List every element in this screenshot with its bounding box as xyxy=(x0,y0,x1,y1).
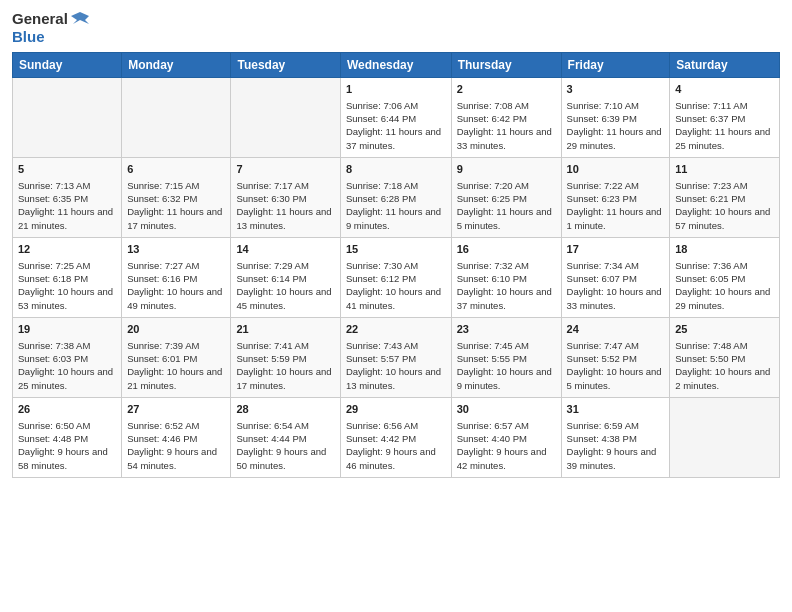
day-number: 16 xyxy=(457,242,556,257)
day-number: 12 xyxy=(18,242,116,257)
logo-text-blue: Blue xyxy=(12,28,89,46)
calendar-cell: 18Sunrise: 7:36 AMSunset: 6:05 PMDayligh… xyxy=(670,238,780,318)
calendar-cell: 21Sunrise: 7:41 AMSunset: 5:59 PMDayligh… xyxy=(231,318,340,398)
day-number: 11 xyxy=(675,162,774,177)
day-info: Sunrise: 6:50 AMSunset: 4:48 PMDaylight:… xyxy=(18,419,116,472)
calendar-cell: 26Sunrise: 6:50 AMSunset: 4:48 PMDayligh… xyxy=(13,398,122,478)
day-number: 23 xyxy=(457,322,556,337)
weekday-header-wednesday: Wednesday xyxy=(340,53,451,78)
day-info: Sunrise: 7:30 AMSunset: 6:12 PMDaylight:… xyxy=(346,259,446,312)
day-number: 26 xyxy=(18,402,116,417)
calendar-cell: 17Sunrise: 7:34 AMSunset: 6:07 PMDayligh… xyxy=(561,238,670,318)
calendar-cell: 3Sunrise: 7:10 AMSunset: 6:39 PMDaylight… xyxy=(561,78,670,158)
day-number: 6 xyxy=(127,162,225,177)
calendar-cell xyxy=(670,398,780,478)
day-info: Sunrise: 7:48 AMSunset: 5:50 PMDaylight:… xyxy=(675,339,774,392)
day-info: Sunrise: 7:29 AMSunset: 6:14 PMDaylight:… xyxy=(236,259,334,312)
day-info: Sunrise: 7:25 AMSunset: 6:18 PMDaylight:… xyxy=(18,259,116,312)
calendar-cell: 27Sunrise: 6:52 AMSunset: 4:46 PMDayligh… xyxy=(122,398,231,478)
weekday-header-row: SundayMondayTuesdayWednesdayThursdayFrid… xyxy=(13,53,780,78)
logo-text: General Blue xyxy=(12,10,89,46)
day-number: 19 xyxy=(18,322,116,337)
calendar-cell: 5Sunrise: 7:13 AMSunset: 6:35 PMDaylight… xyxy=(13,158,122,238)
calendar-cell: 12Sunrise: 7:25 AMSunset: 6:18 PMDayligh… xyxy=(13,238,122,318)
calendar-week-2: 5Sunrise: 7:13 AMSunset: 6:35 PMDaylight… xyxy=(13,158,780,238)
day-number: 5 xyxy=(18,162,116,177)
calendar-cell: 28Sunrise: 6:54 AMSunset: 4:44 PMDayligh… xyxy=(231,398,340,478)
weekday-header-thursday: Thursday xyxy=(451,53,561,78)
day-info: Sunrise: 7:15 AMSunset: 6:32 PMDaylight:… xyxy=(127,179,225,232)
day-number: 25 xyxy=(675,322,774,337)
day-info: Sunrise: 7:47 AMSunset: 5:52 PMDaylight:… xyxy=(567,339,665,392)
calendar-cell: 2Sunrise: 7:08 AMSunset: 6:42 PMDaylight… xyxy=(451,78,561,158)
calendar-week-3: 12Sunrise: 7:25 AMSunset: 6:18 PMDayligh… xyxy=(13,238,780,318)
day-number: 3 xyxy=(567,82,665,97)
day-number: 9 xyxy=(457,162,556,177)
calendar-cell: 22Sunrise: 7:43 AMSunset: 5:57 PMDayligh… xyxy=(340,318,451,398)
calendar-cell: 4Sunrise: 7:11 AMSunset: 6:37 PMDaylight… xyxy=(670,78,780,158)
calendar-cell: 31Sunrise: 6:59 AMSunset: 4:38 PMDayligh… xyxy=(561,398,670,478)
calendar-cell: 30Sunrise: 6:57 AMSunset: 4:40 PMDayligh… xyxy=(451,398,561,478)
day-number: 2 xyxy=(457,82,556,97)
day-info: Sunrise: 6:59 AMSunset: 4:38 PMDaylight:… xyxy=(567,419,665,472)
day-info: Sunrise: 7:10 AMSunset: 6:39 PMDaylight:… xyxy=(567,99,665,152)
calendar-cell: 16Sunrise: 7:32 AMSunset: 6:10 PMDayligh… xyxy=(451,238,561,318)
day-number: 20 xyxy=(127,322,225,337)
calendar-cell: 24Sunrise: 7:47 AMSunset: 5:52 PMDayligh… xyxy=(561,318,670,398)
day-number: 31 xyxy=(567,402,665,417)
day-number: 10 xyxy=(567,162,665,177)
day-number: 15 xyxy=(346,242,446,257)
logo: General Blue xyxy=(12,10,89,46)
logo-text-general: General xyxy=(12,10,68,28)
day-number: 7 xyxy=(236,162,334,177)
day-info: Sunrise: 7:11 AMSunset: 6:37 PMDaylight:… xyxy=(675,99,774,152)
day-info: Sunrise: 7:43 AMSunset: 5:57 PMDaylight:… xyxy=(346,339,446,392)
calendar-cell: 14Sunrise: 7:29 AMSunset: 6:14 PMDayligh… xyxy=(231,238,340,318)
calendar-cell: 10Sunrise: 7:22 AMSunset: 6:23 PMDayligh… xyxy=(561,158,670,238)
day-info: Sunrise: 7:22 AMSunset: 6:23 PMDaylight:… xyxy=(567,179,665,232)
day-number: 28 xyxy=(236,402,334,417)
day-info: Sunrise: 6:56 AMSunset: 4:42 PMDaylight:… xyxy=(346,419,446,472)
day-number: 29 xyxy=(346,402,446,417)
logo-bird-icon xyxy=(71,10,89,28)
weekday-header-friday: Friday xyxy=(561,53,670,78)
page-container: General Blue SundayMondayTuesdayWednesda… xyxy=(0,0,792,486)
calendar-cell: 15Sunrise: 7:30 AMSunset: 6:12 PMDayligh… xyxy=(340,238,451,318)
day-info: Sunrise: 7:23 AMSunset: 6:21 PMDaylight:… xyxy=(675,179,774,232)
day-number: 13 xyxy=(127,242,225,257)
day-info: Sunrise: 7:27 AMSunset: 6:16 PMDaylight:… xyxy=(127,259,225,312)
calendar-cell: 23Sunrise: 7:45 AMSunset: 5:55 PMDayligh… xyxy=(451,318,561,398)
calendar-cell: 13Sunrise: 7:27 AMSunset: 6:16 PMDayligh… xyxy=(122,238,231,318)
day-info: Sunrise: 7:45 AMSunset: 5:55 PMDaylight:… xyxy=(457,339,556,392)
day-info: Sunrise: 7:38 AMSunset: 6:03 PMDaylight:… xyxy=(18,339,116,392)
day-number: 30 xyxy=(457,402,556,417)
calendar-cell: 1Sunrise: 7:06 AMSunset: 6:44 PMDaylight… xyxy=(340,78,451,158)
day-number: 4 xyxy=(675,82,774,97)
day-number: 1 xyxy=(346,82,446,97)
weekday-header-monday: Monday xyxy=(122,53,231,78)
calendar-week-1: 1Sunrise: 7:06 AMSunset: 6:44 PMDaylight… xyxy=(13,78,780,158)
day-info: Sunrise: 7:39 AMSunset: 6:01 PMDaylight:… xyxy=(127,339,225,392)
svg-marker-0 xyxy=(71,12,89,24)
calendar-cell: 6Sunrise: 7:15 AMSunset: 6:32 PMDaylight… xyxy=(122,158,231,238)
day-info: Sunrise: 7:41 AMSunset: 5:59 PMDaylight:… xyxy=(236,339,334,392)
day-info: Sunrise: 7:36 AMSunset: 6:05 PMDaylight:… xyxy=(675,259,774,312)
calendar-cell: 7Sunrise: 7:17 AMSunset: 6:30 PMDaylight… xyxy=(231,158,340,238)
calendar-cell: 19Sunrise: 7:38 AMSunset: 6:03 PMDayligh… xyxy=(13,318,122,398)
day-info: Sunrise: 7:18 AMSunset: 6:28 PMDaylight:… xyxy=(346,179,446,232)
calendar-cell xyxy=(122,78,231,158)
day-info: Sunrise: 6:57 AMSunset: 4:40 PMDaylight:… xyxy=(457,419,556,472)
calendar-table: SundayMondayTuesdayWednesdayThursdayFrid… xyxy=(12,52,780,478)
day-info: Sunrise: 6:54 AMSunset: 4:44 PMDaylight:… xyxy=(236,419,334,472)
day-info: Sunrise: 6:52 AMSunset: 4:46 PMDaylight:… xyxy=(127,419,225,472)
header: General Blue xyxy=(12,10,780,46)
weekday-header-saturday: Saturday xyxy=(670,53,780,78)
calendar-cell: 11Sunrise: 7:23 AMSunset: 6:21 PMDayligh… xyxy=(670,158,780,238)
day-number: 21 xyxy=(236,322,334,337)
day-number: 18 xyxy=(675,242,774,257)
calendar-cell: 8Sunrise: 7:18 AMSunset: 6:28 PMDaylight… xyxy=(340,158,451,238)
calendar-cell xyxy=(13,78,122,158)
day-number: 24 xyxy=(567,322,665,337)
calendar-week-4: 19Sunrise: 7:38 AMSunset: 6:03 PMDayligh… xyxy=(13,318,780,398)
day-number: 14 xyxy=(236,242,334,257)
